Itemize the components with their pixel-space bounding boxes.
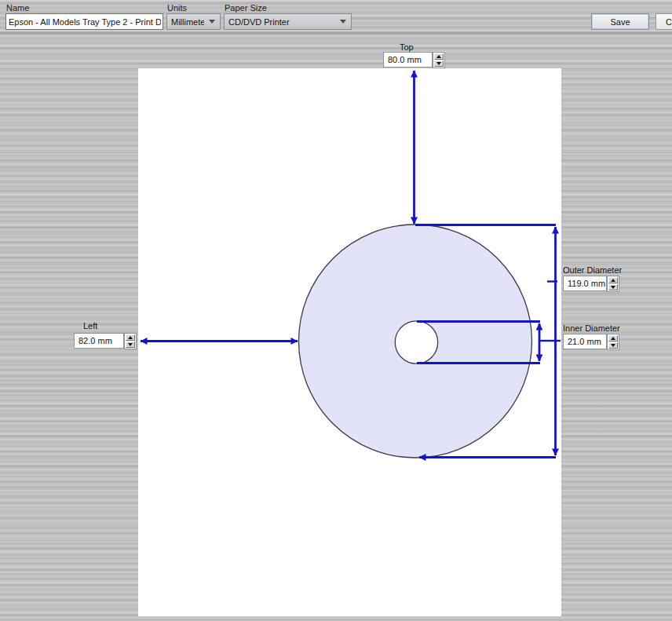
triangle-up-icon xyxy=(436,55,441,58)
left-spin-down-button[interactable] xyxy=(126,342,135,348)
toolbar-divider xyxy=(0,31,672,35)
print-layout-dialog: Name Units Millimeters Paper Size CD/DVD… xyxy=(0,0,672,621)
triangle-down-icon xyxy=(128,343,133,346)
inner-diameter-spin-down-button[interactable] xyxy=(608,342,618,349)
inner-diameter-spinner-buttons[interactable] xyxy=(607,334,619,350)
inner-diameter-spin-up-button[interactable] xyxy=(608,335,618,342)
paper-size-dropdown-value: CD/DVD Printer xyxy=(228,17,290,27)
chevron-down-icon xyxy=(340,20,346,24)
name-label: Name xyxy=(6,3,29,13)
left-dimension-label: Left xyxy=(83,321,97,331)
units-dropdown-value: Millimeters xyxy=(171,17,204,27)
inner-diameter-value-input[interactable] xyxy=(563,334,607,349)
outer-diameter-spin-down-button[interactable] xyxy=(608,284,618,290)
triangle-up-icon xyxy=(128,336,133,339)
outer-diameter-value-input[interactable] xyxy=(563,276,607,291)
chevron-down-icon xyxy=(209,20,215,24)
save-button-label: Save xyxy=(610,17,630,27)
top-value-input[interactable] xyxy=(383,52,433,68)
triangle-down-icon xyxy=(611,344,615,347)
outer-diameter-label: Outer Diameter xyxy=(563,265,622,275)
triangle-up-icon xyxy=(611,337,615,340)
paper-size-label: Paper Size xyxy=(225,3,267,13)
triangle-down-icon xyxy=(436,62,441,65)
clipped-edge-button-label: C xyxy=(666,17,672,27)
name-input[interactable] xyxy=(5,13,163,30)
top-dimension-label: Top xyxy=(400,42,414,52)
units-label: Units xyxy=(167,3,187,13)
triangle-down-icon xyxy=(611,286,615,289)
inner-diameter-label: Inner Diameter xyxy=(563,323,620,333)
top-spin-up-button[interactable] xyxy=(434,53,444,60)
paper-size-dropdown[interactable]: CD/DVD Printer xyxy=(224,13,352,30)
left-value-input[interactable] xyxy=(74,333,124,349)
outer-diameter-spin-up-button[interactable] xyxy=(608,277,618,283)
disc-inner-hole xyxy=(395,321,437,363)
units-dropdown[interactable]: Millimeters xyxy=(166,13,221,30)
triangle-up-icon xyxy=(611,279,615,282)
top-spinner-buttons[interactable] xyxy=(433,52,445,68)
left-spin-up-button[interactable] xyxy=(126,334,135,341)
save-button[interactable]: Save xyxy=(591,13,649,30)
left-spinner-buttons[interactable] xyxy=(124,333,137,349)
outer-diameter-spinner-buttons[interactable] xyxy=(607,276,619,292)
clipped-edge-button[interactable]: C xyxy=(656,13,672,30)
top-spin-down-button[interactable] xyxy=(434,60,444,67)
cd-layout-diagram xyxy=(138,68,562,616)
